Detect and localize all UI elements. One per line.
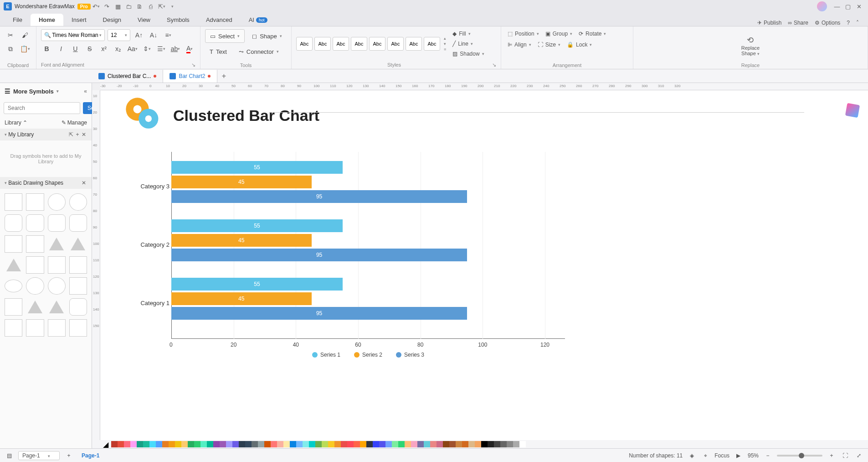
- bullets-button[interactable]: ☰▾: [155, 43, 167, 55]
- connector-tool[interactable]: ⤳ Connector ▾: [234, 45, 283, 58]
- font-dialog-launcher[interactable]: ↘: [191, 62, 195, 68]
- styles-dialog-launcher[interactable]: ↘: [492, 62, 496, 68]
- shape-stencil[interactable]: [26, 277, 44, 295]
- add-tab-button[interactable]: +: [217, 70, 230, 83]
- color-swatch[interactable]: [328, 441, 334, 447]
- line-button[interactable]: ╱ Line▾: [451, 39, 486, 48]
- shape-stencil[interactable]: [48, 277, 66, 295]
- underline-button[interactable]: U: [70, 43, 81, 55]
- shape-tool[interactable]: ◻ Shape ▾: [247, 29, 287, 43]
- more-qat-button[interactable]: ▾: [167, 1, 178, 12]
- color-swatch[interactable]: [322, 441, 328, 447]
- color-swatch[interactable]: [392, 441, 398, 447]
- search-input[interactable]: [4, 102, 80, 114]
- shape-stencil[interactable]: [69, 298, 87, 316]
- chart-bar[interactable]: 55: [171, 219, 343, 232]
- clustered-bar-chart[interactable]: 0 Series 1Series 2Series 3 2040608010012…: [132, 156, 565, 339]
- color-swatch[interactable]: [366, 441, 373, 447]
- shape-stencil[interactable]: [48, 298, 66, 316]
- styles-down[interactable]: ▾: [444, 42, 446, 46]
- color-swatch[interactable]: [194, 441, 200, 447]
- document-tab[interactable]: Clustered Bar C...: [92, 70, 163, 83]
- shape-stencil[interactable]: [26, 235, 44, 253]
- zoom-slider[interactable]: [777, 455, 822, 457]
- color-swatch[interactable]: [341, 441, 347, 447]
- style-swatch[interactable]: Abc: [296, 37, 313, 51]
- my-library-label[interactable]: My Library: [8, 131, 34, 138]
- color-swatch[interactable]: [315, 441, 322, 447]
- menu-file[interactable]: File: [5, 14, 31, 26]
- style-swatch[interactable]: Abc: [351, 37, 367, 51]
- decrease-font-button[interactable]: A↓: [148, 29, 159, 41]
- shape-stencil[interactable]: [5, 235, 22, 253]
- color-swatch[interactable]: [169, 441, 175, 447]
- play-button[interactable]: ▶: [734, 452, 743, 459]
- collapse-ribbon-button[interactable]: ˄: [856, 20, 859, 26]
- focus-label[interactable]: Focus: [714, 452, 729, 459]
- color-swatch[interactable]: [137, 441, 143, 447]
- font-family-select[interactable]: 🔍Times New Roman▾: [41, 29, 105, 41]
- shape-stencil[interactable]: [69, 193, 87, 211]
- font-size-select[interactable]: 12▾: [108, 29, 130, 41]
- shape-stencil[interactable]: [48, 193, 66, 211]
- shape-stencil[interactable]: [5, 256, 22, 274]
- shape-stencil[interactable]: [69, 256, 87, 274]
- shape-stencil[interactable]: [69, 214, 87, 232]
- add-page-button[interactable]: +: [64, 452, 73, 459]
- more-symbols-label[interactable]: More Symbols: [13, 88, 54, 95]
- color-swatch[interactable]: [232, 441, 239, 447]
- chart-title[interactable]: Clustered Bar Chart: [173, 107, 319, 125]
- color-swatch[interactable]: [468, 441, 475, 447]
- color-swatch[interactable]: [519, 441, 526, 447]
- align-button[interactable]: ≡▾: [162, 29, 174, 41]
- redo-button[interactable]: ↷: [102, 1, 113, 12]
- fit-page-button[interactable]: ⛶: [841, 452, 850, 459]
- shape-stencil[interactable]: [48, 256, 66, 274]
- menu-advanced[interactable]: Advanced: [198, 14, 241, 26]
- color-swatch[interactable]: [111, 441, 118, 447]
- shape-stencil[interactable]: [69, 277, 87, 295]
- text-tool[interactable]: T Text: [205, 45, 231, 58]
- sidebar-collapse-button[interactable]: «: [84, 88, 87, 94]
- close-lib-button[interactable]: ✕: [81, 131, 87, 138]
- new-button[interactable]: ▦: [113, 1, 123, 12]
- color-swatch[interactable]: [200, 441, 207, 447]
- color-swatch[interactable]: [430, 441, 437, 447]
- color-swatch[interactable]: [124, 441, 130, 447]
- layers-button[interactable]: ◈: [687, 452, 696, 459]
- page-nav-button[interactable]: ▤: [5, 452, 14, 459]
- publish-button[interactable]: ✈ Publish: [757, 20, 781, 26]
- zoom-out-button[interactable]: −: [763, 452, 772, 459]
- fill-picker-icon[interactable]: ◢: [102, 441, 109, 448]
- color-swatch[interactable]: [188, 441, 194, 447]
- style-swatch[interactable]: Abc: [333, 37, 349, 51]
- subscript-button[interactable]: x₂: [113, 43, 124, 55]
- menu-symbols[interactable]: Symbols: [159, 14, 198, 26]
- color-swatch[interactable]: [290, 441, 296, 447]
- user-avatar[interactable]: [817, 1, 827, 11]
- color-swatch[interactable]: [462, 441, 468, 447]
- chart-bar[interactable]: 45: [171, 234, 312, 247]
- color-swatch[interactable]: [507, 441, 513, 447]
- color-swatch[interactable]: [354, 441, 360, 447]
- menu-insert[interactable]: Insert: [63, 14, 95, 26]
- position-button[interactable]: ⬚ Position▾: [506, 29, 541, 38]
- shape-stencil[interactable]: [48, 319, 66, 337]
- chart-bar[interactable]: 95: [171, 190, 467, 203]
- color-swatch[interactable]: [143, 441, 149, 447]
- color-swatch[interactable]: [347, 441, 354, 447]
- color-swatch[interactable]: [283, 441, 290, 447]
- format-painter-button[interactable]: 🖌: [19, 29, 31, 41]
- color-swatch[interactable]: [309, 441, 315, 447]
- style-swatch[interactable]: Abc: [314, 37, 331, 51]
- color-swatch[interactable]: [118, 441, 124, 447]
- shape-stencil[interactable]: [26, 214, 44, 232]
- size-button[interactable]: ⛶ Size▾: [536, 40, 562, 49]
- color-swatch[interactable]: [373, 441, 379, 447]
- canvas[interactable]: Clustered Bar Chart 0 Series 1Series 2Se…: [100, 90, 868, 440]
- cut-button[interactable]: ✂: [5, 29, 16, 41]
- color-swatch[interactable]: [303, 441, 309, 447]
- color-swatch[interactable]: [443, 441, 449, 447]
- basic-shapes-label[interactable]: Basic Drawing Shapes: [8, 180, 63, 186]
- manage-button[interactable]: ✎ Manage: [62, 119, 87, 126]
